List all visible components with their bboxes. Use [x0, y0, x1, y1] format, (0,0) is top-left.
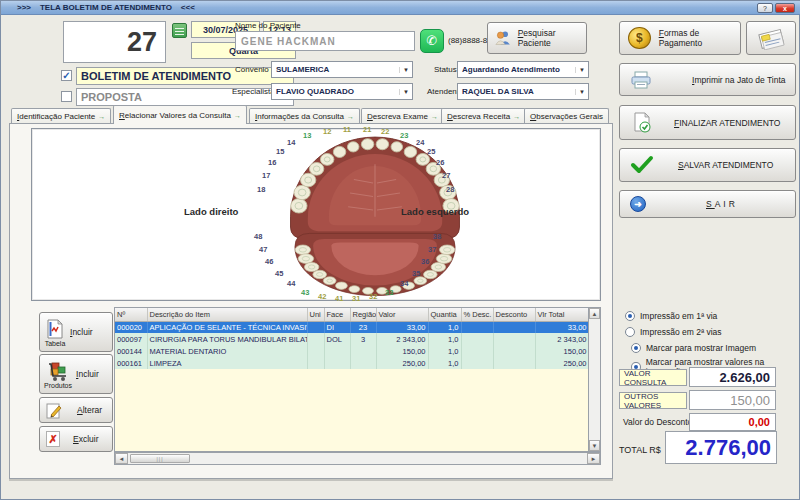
tooth-number[interactable]: 27 [442, 171, 450, 180]
tooth-number[interactable]: 23 [400, 131, 408, 140]
status-select[interactable]: Aguardando Atendimento ▼ [457, 61, 589, 78]
finalizar-atendimento-button[interactable]: FINALIZAR ATENDIMENTO [619, 105, 796, 140]
help-button[interactable]: ? [757, 3, 773, 13]
radio-mostrar-imagem[interactable]: Marcar para mostrar Imagem [631, 343, 756, 353]
delete-x-icon: ✗ [46, 431, 60, 447]
incluir-tabela-button[interactable]: Tabela Incluir [39, 312, 113, 352]
status-label: Status [434, 65, 457, 74]
tooth-number[interactable]: 46 [265, 257, 273, 266]
tab-descreva-receita[interactable]: Descreva Receita→ [441, 108, 526, 124]
tooth-number[interactable]: 42 [318, 292, 326, 301]
tooth-number[interactable]: 44 [287, 279, 295, 288]
radio-impressao-1via[interactable]: Impressão em 1ª via [625, 311, 717, 321]
tooth-number[interactable]: 47 [259, 245, 267, 254]
patient-name-input[interactable]: GENE HACKMAN [235, 31, 415, 51]
col-numero[interactable]: Nº [115, 308, 147, 321]
tooth-number[interactable]: 22 [381, 127, 389, 136]
col-vlrtotal[interactable]: Vlr Total [535, 308, 589, 321]
tooth-number[interactable]: 21 [363, 125, 371, 134]
whatsapp-icon[interactable]: ✆ [420, 29, 444, 53]
valor-consulta-value: 2.626,00 [689, 367, 776, 387]
col-valor[interactable]: Valor [376, 308, 428, 321]
document-check-icon [632, 112, 652, 134]
tooth-number[interactable]: 16 [268, 158, 276, 167]
tooth-number[interactable]: 38 [433, 232, 441, 241]
formas-pagamento-label: Formas de Pagamento [659, 28, 740, 48]
boletim-checkbox[interactable]: ✓ [61, 70, 72, 81]
tooth-number[interactable]: 25 [427, 147, 435, 156]
receipt-icon [756, 26, 786, 50]
tooth-number[interactable]: 45 [275, 269, 283, 278]
finalizar-label: FINALIZAR ATENDIMENTO [674, 118, 780, 128]
imprimir-button[interactable]: Imprimir na Jato de Tinta [619, 63, 796, 96]
tab-observacoes-gerais[interactable]: Observações Gerais [524, 108, 609, 124]
tab-relacionar-valores[interactable]: Relacionar Valores da Consulta→ [113, 105, 247, 124]
tooth-number[interactable]: 11 [343, 125, 351, 134]
tooth-number[interactable]: 13 [303, 131, 311, 140]
produtos-caption: Produtos [44, 382, 72, 389]
tab-informacoes-consulta[interactable]: Informações da Consulta→ [249, 108, 360, 124]
pesquisar-paciente-button[interactable]: Pesquisar Paciente [487, 22, 587, 54]
sair-button[interactable]: ➜ SAIR [619, 190, 796, 218]
tooth-number[interactable]: 18 [257, 185, 265, 194]
proposta-checkbox[interactable] [61, 91, 72, 102]
col-descricao[interactable]: Descrição do Item [147, 308, 307, 321]
attendance-number-field[interactable]: 27 [63, 21, 166, 63]
convenio-select[interactable]: SULAMERICA ▼ [271, 61, 413, 78]
scroll-down-icon[interactable]: ▼ [589, 440, 600, 451]
upper-arch-image[interactable] [279, 132, 471, 244]
alterar-button[interactable]: Alterar [39, 397, 113, 423]
close-button[interactable]: x [775, 3, 795, 13]
incluir-produtos-button[interactable]: Produtos Incluir [39, 354, 113, 394]
app-window: >>> TELA BOLETIM DE ATENDIMENTO <<< ? x … [0, 0, 800, 500]
tooth-number[interactable]: 15 [276, 147, 284, 156]
scroll-right-icon[interactable]: ► [587, 453, 600, 464]
col-desconto[interactable]: Desconto [493, 308, 535, 321]
formas-pagamento-button[interactable]: $ Formas de Pagamento [619, 21, 741, 55]
tooth-number[interactable]: 32 [369, 292, 377, 301]
side-left-label: Lado esquerdo [401, 206, 469, 217]
col-regiao[interactable]: Região [350, 308, 376, 321]
desconto-value[interactable]: 0,00 [689, 413, 776, 431]
tooth-number[interactable]: 34 [400, 279, 408, 288]
scroll-left-icon[interactable]: ◄ [115, 453, 128, 464]
tooth-number[interactable]: 35 [412, 269, 420, 278]
tooth-number[interactable]: 48 [254, 232, 262, 241]
tooth-number[interactable]: 12 [323, 127, 331, 136]
tab-identificacao-paciente[interactable]: Identificação Paciente→ [11, 108, 111, 124]
tooth-number[interactable]: 26 [436, 158, 444, 167]
col-face[interactable]: Face [324, 308, 350, 321]
tooth-number[interactable]: 28 [446, 185, 454, 194]
col-uni[interactable]: Uni [307, 308, 324, 321]
table-row[interactable]: 000144MATERIAL DENTARIO 150,00 1,0 150,0… [115, 345, 589, 357]
imprimir-label: Imprimir na Jato de Tinta [692, 75, 786, 85]
tooth-number[interactable]: 37 [428, 245, 436, 254]
scroll-up-icon[interactable]: ▲ [589, 308, 600, 319]
excluir-button[interactable]: ✗ Excluir [39, 426, 113, 452]
grid-vertical-scrollbar[interactable]: ▲ ▼ [588, 307, 601, 452]
tooth-number[interactable]: 43 [301, 288, 309, 297]
tooth-number[interactable]: 14 [287, 138, 295, 147]
scrollbar-thumb[interactable]: ||| [130, 454, 190, 463]
col-pdesc[interactable]: % Desc. [461, 308, 493, 321]
calendar-icon[interactable] [172, 23, 187, 38]
tooth-number[interactable]: 17 [262, 171, 270, 180]
tooth-number[interactable]: 36 [421, 257, 429, 266]
tooth-number[interactable]: 33 [385, 288, 393, 297]
grid-horizontal-scrollbar[interactable]: ◄ ||| ► [114, 452, 601, 465]
atendente-select[interactable]: RAQUEL DA SILVA ▼ [457, 83, 589, 100]
recibo-button[interactable] [746, 21, 796, 55]
tab-descreva-exame[interactable]: Descreva Exame→ [361, 108, 444, 124]
tooth-number[interactable]: 24 [416, 138, 424, 147]
tooth-number[interactable]: 41 [335, 294, 343, 303]
col-quantia[interactable]: Quantia [428, 308, 461, 321]
table-row[interactable]: 000161LIMPEZA 250,00 1,0 250,00 [115, 357, 589, 369]
salvar-label: SALVAR ATENDIMENTO [678, 160, 773, 170]
salvar-atendimento-button[interactable]: SALVAR ATENDIMENTO [619, 148, 796, 182]
table-row[interactable]: 000020APLICAÇÃO DE SELANTE - TÉCNICA INV… [115, 321, 589, 333]
table-row[interactable]: 000097CIRURGIA PARA TORUS MANDIBULAR BIL… [115, 333, 589, 345]
chevron-down-icon: ▼ [399, 67, 412, 73]
radio-impressao-2vias[interactable]: Impressão em 2ª vias [625, 327, 722, 337]
especialista-select[interactable]: FLAVIO QUADRADO ▼ [271, 83, 413, 100]
tooth-number[interactable]: 31 [352, 294, 360, 303]
